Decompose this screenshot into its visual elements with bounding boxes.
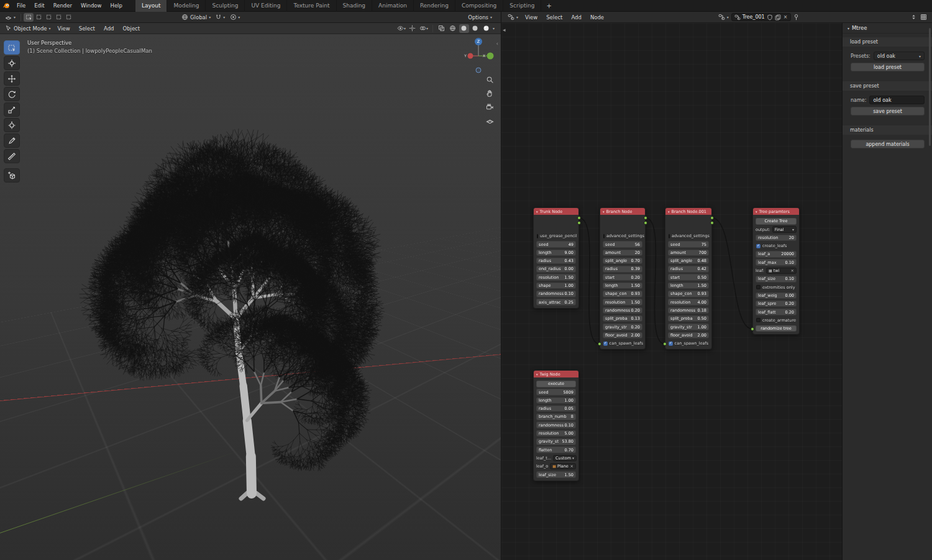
new-datablock-icon[interactable] xyxy=(775,14,781,20)
node-field-split-proba[interactable]: split_proba0.13 xyxy=(603,315,642,322)
tool-annotate[interactable] xyxy=(4,133,20,148)
dropdown-presets[interactable]: old oak▾ xyxy=(874,52,925,60)
button-save-preset[interactable]: save preset xyxy=(851,107,925,115)
node-field-radius[interactable]: radius0.05 xyxy=(536,405,576,412)
clear-icon[interactable]: × xyxy=(570,464,573,469)
node-field-split-angle[interactable]: split_angle0.48 xyxy=(668,258,709,264)
xray-toggle[interactable] xyxy=(437,24,447,33)
shading-solid-button[interactable] xyxy=(459,24,469,33)
checkbox-unchecked[interactable] xyxy=(537,234,538,238)
node-check-can-spawn-leafs[interactable]: ✓can_spawn_leafs xyxy=(603,340,642,347)
node-socket-output[interactable] xyxy=(577,216,581,220)
text-field-name[interactable]: old oak xyxy=(869,96,925,104)
pin-button[interactable] xyxy=(791,13,801,22)
node-button-randomize-tree[interactable]: randomize tree xyxy=(756,325,797,332)
object-field-leaf-o[interactable]: ▦Plane× xyxy=(550,463,576,470)
overlays-dropdown[interactable]: ▾ xyxy=(419,24,429,33)
node-editor[interactable]: ▾Trunk Nodeuse_grease_pencilseed49length… xyxy=(501,23,842,560)
tool-measure[interactable] xyxy=(4,149,20,163)
node-field-leaf-flatt[interactable]: leaf_flatt0.20 xyxy=(756,309,797,315)
node-socket-output[interactable] xyxy=(710,221,714,225)
panel-header-save-preset[interactable]: save preset xyxy=(843,81,932,91)
snap-grid-button[interactable] xyxy=(918,13,928,22)
node-header-trunk[interactable]: ▾Trunk Node xyxy=(534,208,578,215)
workspace-tab-modeling[interactable]: Modeling xyxy=(167,0,206,12)
node-field-leaf-size[interactable]: leaf_size0.10 xyxy=(756,276,797,282)
dropdown-leaf-t[interactable]: Custom▾ xyxy=(553,455,577,462)
object-field-leaf[interactable]: ▦twi× xyxy=(766,268,797,274)
tool-add-cube[interactable] xyxy=(4,168,20,183)
sidebar-scrollbar[interactable] xyxy=(929,28,931,146)
node-field-start[interactable]: start0.20 xyxy=(603,274,642,281)
checkbox-unchecked[interactable] xyxy=(603,234,605,238)
workspace-tab-layout[interactable]: Layout xyxy=(135,0,168,12)
node-button-execute[interactable]: execute xyxy=(536,381,576,387)
node-check-can-spawn-leafs[interactable]: ✓can_spawn_leafs xyxy=(668,340,709,347)
node-field-shape-con[interactable]: shape_con0.93 xyxy=(668,291,709,297)
node-header-twig[interactable]: ▾Twig Node xyxy=(534,371,578,377)
node-header-branch1[interactable]: ▾Branch Node xyxy=(600,208,645,215)
node-field-length[interactable]: length1.50 xyxy=(668,282,709,289)
node-field-gravity-st[interactable]: gravity_st53.80 xyxy=(536,438,576,445)
dropdown-output[interactable]: Final▾ xyxy=(772,226,797,233)
blender-logo-icon[interactable] xyxy=(0,0,12,12)
node-field-resolution[interactable]: resolution20 xyxy=(756,235,797,242)
node-field-floor-avoid[interactable]: floor_avoid2.00 xyxy=(668,332,709,339)
proportional-dropdown[interactable]: ▾ xyxy=(238,15,240,19)
checkbox-unchecked[interactable] xyxy=(669,234,670,238)
menu-render[interactable]: Render xyxy=(49,0,76,11)
options-dropdown[interactable]: Options ▾ xyxy=(465,13,495,22)
node-field-leaf-weig[interactable]: leaf_weig0.00 xyxy=(756,292,797,299)
sidebar-open-chevron[interactable]: ‹ xyxy=(496,40,498,47)
node-field-radius[interactable]: radius0.39 xyxy=(603,266,642,273)
node-field-leaf-size[interactable]: leaf_size1.50 xyxy=(536,471,576,478)
node-header-branch2[interactable]: ▾Branch Node.001 xyxy=(665,208,711,215)
menu-edit[interactable]: Edit xyxy=(30,0,48,11)
snap-toggle[interactable] xyxy=(213,13,223,22)
workspace-tab-uv-editing[interactable]: UV Editing xyxy=(245,0,287,12)
shading-rendered-button[interactable] xyxy=(482,24,491,33)
node-field-resolution[interactable]: resolution4.00 xyxy=(668,299,709,305)
shading-dropdown[interactable]: ▾ xyxy=(493,26,495,30)
node-params[interactable]: ▾Tree paramtersCreate Treeoutput:Final▾r… xyxy=(752,207,800,335)
node-field-randomness[interactable]: randomness0.20 xyxy=(603,307,642,314)
node-button-create-tree[interactable]: Create Tree xyxy=(756,218,797,225)
tool-scale[interactable] xyxy=(4,102,20,117)
node-tree-type-button[interactable]: ▾ xyxy=(716,13,731,22)
node-socket-output[interactable] xyxy=(710,216,714,220)
panel-header-materials[interactable]: materials xyxy=(843,125,932,135)
node-check-use-grease-pencil[interactable]: use_grease_pencil xyxy=(536,233,576,240)
node-branch1[interactable]: ▾Branch Nodeadvanced_settingsseed56amoun… xyxy=(600,207,646,350)
node-check-advanced-settings[interactable]: advanced_settings xyxy=(603,233,642,240)
fake-user-icon[interactable] xyxy=(767,14,773,20)
workspace-tab-animation[interactable]: Animation xyxy=(372,0,414,12)
node-twig[interactable]: ▾Twig Nodeexecuteseed5809length1.00radiu… xyxy=(533,370,579,481)
workspace-tab-sculpting[interactable]: Sculpting xyxy=(206,0,245,12)
gizmos-toggle[interactable] xyxy=(408,24,418,33)
node-field-flatten[interactable]: flatten0.70 xyxy=(536,446,576,453)
mtree-panel-header[interactable]: ▾ Mtree xyxy=(843,23,932,34)
node-field-leaf-a[interactable]: leaf_a20000 xyxy=(756,251,797,258)
tool-box-select[interactable] xyxy=(4,40,20,55)
node-field-randomness[interactable]: randomness0.10 xyxy=(536,291,576,297)
node-field-gravity-str[interactable]: gravity_str0.20 xyxy=(603,323,642,330)
node-field-leaf-max[interactable]: leaf_max0.10 xyxy=(756,259,797,266)
transform-orientation-dropdown[interactable]: Global ▾ xyxy=(179,13,213,22)
tool-cursor[interactable] xyxy=(4,56,20,70)
node-socket-output[interactable] xyxy=(644,221,647,225)
zoom-button[interactable] xyxy=(484,74,495,85)
node-field-split-angle[interactable]: split_angle0.70 xyxy=(603,258,642,264)
select-mode-button-3[interactable] xyxy=(53,13,63,22)
node-field-gravity-str[interactable]: gravity_str1.00 xyxy=(668,323,709,330)
node-field-amount[interactable]: amount700 xyxy=(668,250,709,256)
editor-type-button[interactable]: ▾ xyxy=(2,13,18,22)
node-field-branch-numb[interactable]: branch_numb8 xyxy=(536,413,576,420)
viewport-menu-object[interactable]: Object xyxy=(118,23,144,34)
checkbox-checked[interactable]: ✓ xyxy=(756,244,761,248)
menu-file[interactable]: File xyxy=(12,0,30,11)
viewport-menu-select[interactable]: Select xyxy=(75,23,99,34)
node-field-seed[interactable]: seed56 xyxy=(603,241,642,248)
node-menu-node[interactable]: Node xyxy=(586,12,608,23)
shading-wireframe-button[interactable] xyxy=(448,24,458,33)
checkbox-checked[interactable]: ✓ xyxy=(669,341,673,346)
